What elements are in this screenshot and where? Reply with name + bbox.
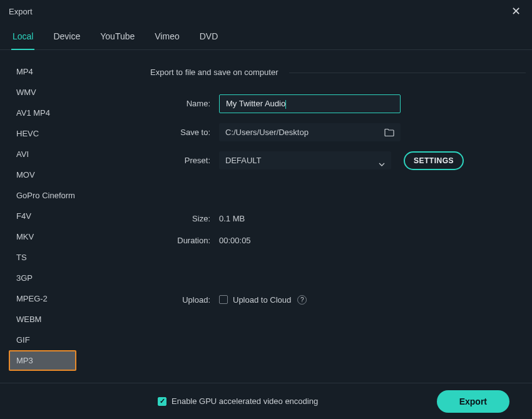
duration-label: Duration: <box>150 236 219 245</box>
export-button[interactable]: Export <box>437 390 509 413</box>
info-block: Size: 0.1 MB Duration: 00:00:05 <box>150 214 507 245</box>
titlebar: Export ✕ <box>0 0 532 20</box>
format-item-hevc[interactable]: HEVC <box>9 123 130 144</box>
format-item-mkv[interactable]: MKV <box>9 226 130 247</box>
tab-vimeo[interactable]: Vimeo <box>153 26 180 49</box>
tab-dvd[interactable]: DVD <box>198 26 220 49</box>
duration-row: Duration: 00:00:05 <box>150 236 507 245</box>
format-item-gif[interactable]: GIF <box>9 330 130 350</box>
footer: Enable GPU accelerated video encoding Ex… <box>0 383 532 419</box>
upload-checkbox[interactable] <box>219 295 228 304</box>
format-item-mp3[interactable]: MP3 <box>9 350 76 371</box>
format-item-wmv[interactable]: WMV <box>9 82 130 103</box>
saveto-value: C:/Users/User/Desktop <box>225 128 309 137</box>
text-caret <box>285 100 286 109</box>
preset-value: DEFAULT <box>225 156 262 165</box>
upload-checkbox-label: Upload to Cloud <box>233 295 291 305</box>
format-item-ts[interactable]: TS <box>9 247 130 268</box>
tabbar: Local Device YouTube Vimeo DVD <box>0 20 532 50</box>
name-input[interactable]: My Twitter Audio <box>219 94 401 113</box>
section-heading: Export to file and save on computer <box>150 68 507 77</box>
format-item-av1mp4[interactable]: AV1 MP4 <box>9 103 130 123</box>
upload-row: Upload: Upload to Cloud ? <box>150 295 507 305</box>
preset-row: Preset: DEFAULT SETTINGS <box>150 151 507 170</box>
tab-youtube[interactable]: YouTube <box>99 26 136 49</box>
preset-label: Preset: <box>150 156 219 165</box>
gpu-row: Enable GPU accelerated video encoding <box>158 396 318 406</box>
folder-icon[interactable] <box>384 128 394 136</box>
format-item-f4v[interactable]: F4V <box>9 206 130 226</box>
format-item-3gp[interactable]: 3GP <box>9 268 130 288</box>
format-item-gopro[interactable]: GoPro Cineform <box>9 185 130 206</box>
name-row: Name: My Twitter Audio <box>150 94 507 113</box>
saveto-path[interactable]: C:/Users/User/Desktop <box>219 123 401 141</box>
preset-select[interactable]: DEFAULT <box>219 151 391 169</box>
format-item-webm[interactable]: WEBM <box>9 309 130 330</box>
settings-button[interactable]: SETTINGS <box>404 151 464 170</box>
format-item-mpeg2[interactable]: MPEG-2 <box>9 288 130 309</box>
size-label: Size: <box>150 214 219 223</box>
upload-label: Upload: <box>150 295 219 305</box>
format-item-mov[interactable]: MOV <box>9 164 130 185</box>
chevron-down-icon <box>379 159 385 163</box>
size-row: Size: 0.1 MB <box>150 214 507 223</box>
format-sidebar: MP4 WMV AV1 MP4 HEVC AVI MOV GoPro Cinef… <box>0 50 130 388</box>
format-item-mp4[interactable]: MP4 <box>9 61 130 82</box>
size-value: 0.1 MB <box>219 214 245 223</box>
duration-value: 00:00:05 <box>219 236 251 245</box>
name-label: Name: <box>150 99 219 108</box>
close-icon[interactable]: ✕ <box>509 4 523 18</box>
name-value: My Twitter Audio <box>226 99 285 108</box>
tab-device[interactable]: Device <box>52 26 81 49</box>
gpu-label: Enable GPU accelerated video encoding <box>171 396 318 406</box>
format-item-avi[interactable]: AVI <box>9 144 130 164</box>
saveto-row: Save to: C:/Users/User/Desktop <box>150 123 507 141</box>
window-title: Export <box>9 7 33 16</box>
saveto-label: Save to: <box>150 128 219 137</box>
gpu-checkbox[interactable] <box>158 397 166 406</box>
content: MP4 WMV AV1 MP4 HEVC AVI MOV GoPro Cinef… <box>0 50 532 388</box>
help-icon[interactable]: ? <box>297 295 307 305</box>
main-panel: Export to file and save on computer Name… <box>130 50 532 388</box>
tab-local[interactable]: Local <box>11 26 34 50</box>
